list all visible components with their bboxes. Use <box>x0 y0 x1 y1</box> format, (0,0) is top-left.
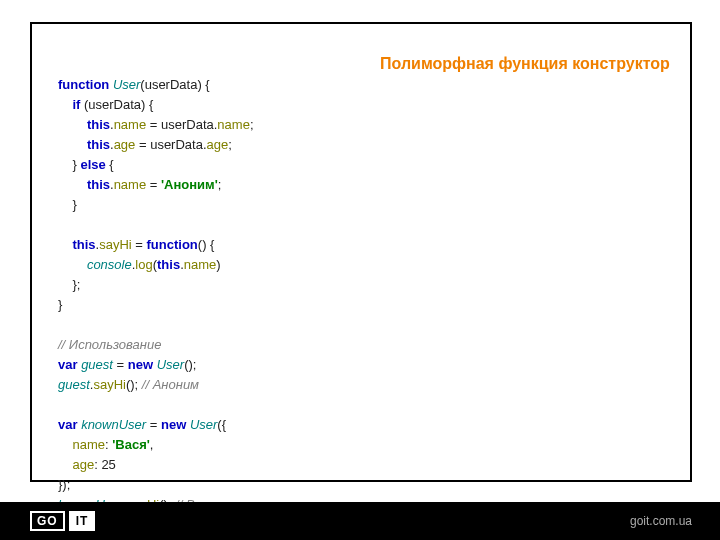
t: }; <box>58 277 80 292</box>
str-anonym: 'Аноним' <box>161 177 218 192</box>
t: }); <box>58 477 70 492</box>
kw-new: new <box>161 417 186 432</box>
t: = userData. <box>146 117 217 132</box>
prop-name: name <box>114 177 147 192</box>
prop-name: name <box>114 117 147 132</box>
t: ) <box>216 257 220 272</box>
kw-this: this <box>58 237 96 252</box>
comment: // Аноним <box>142 377 199 392</box>
logo-it: IT <box>69 511 96 531</box>
kw-var: var <box>58 357 78 372</box>
id-knownuser: knownUser <box>78 417 147 432</box>
t: = <box>146 417 161 432</box>
t: ; <box>250 117 254 132</box>
kw-var: var <box>58 417 78 432</box>
t <box>58 317 62 332</box>
prop-name: name <box>58 437 105 452</box>
t: () { <box>198 237 215 252</box>
prop-name: name <box>217 117 250 132</box>
prop-log: log <box>135 257 152 272</box>
kw-function: function <box>58 77 109 92</box>
num-25: 25 <box>101 457 115 472</box>
t: (userData) { <box>80 97 153 112</box>
id-console: console <box>58 257 132 272</box>
prop-sayhi: sayHi <box>93 377 126 392</box>
t: ; <box>228 137 232 152</box>
t: , <box>150 437 154 452</box>
t: { <box>106 157 114 172</box>
prop-sayhi: sayHi <box>99 237 132 252</box>
id-guest: guest <box>58 377 90 392</box>
str-vasya: 'Вася' <box>112 437 150 452</box>
comment: // Использование <box>58 337 161 352</box>
t: = <box>132 237 147 252</box>
footer-bar: GO IT goit.com.ua <box>0 502 720 540</box>
t <box>58 397 62 412</box>
t: (userData) { <box>140 77 209 92</box>
t: = <box>146 177 161 192</box>
t: (); <box>126 377 142 392</box>
logo-go: GO <box>30 511 65 531</box>
t: (); <box>184 357 196 372</box>
t <box>58 217 62 232</box>
t: = userData. <box>135 137 206 152</box>
code-block: function User(userData) { if (userData) … <box>58 55 254 515</box>
t: } <box>58 297 62 312</box>
footer-url: goit.com.ua <box>630 514 692 528</box>
id-user: User <box>153 357 184 372</box>
prop-age: age <box>114 137 136 152</box>
t: } <box>58 157 80 172</box>
t: } <box>58 197 77 212</box>
kw-this: this <box>58 177 110 192</box>
kw-function: function <box>147 237 198 252</box>
kw-else: else <box>80 157 105 172</box>
kw-if: if <box>58 97 80 112</box>
prop-age: age <box>58 457 94 472</box>
t: = <box>113 357 128 372</box>
slide-title: Полиморфная функция конструктор <box>380 55 670 73</box>
id-guest: guest <box>78 357 113 372</box>
id-user: User <box>186 417 217 432</box>
prop-name: name <box>184 257 217 272</box>
goit-logo: GO IT <box>30 511 95 531</box>
kw-new: new <box>128 357 153 372</box>
kw-this: this <box>157 257 180 272</box>
t: ({ <box>217 417 226 432</box>
t: ; <box>218 177 222 192</box>
id-user: User <box>109 77 140 92</box>
kw-this: this <box>58 137 110 152</box>
prop-age: age <box>207 137 229 152</box>
kw-this: this <box>58 117 110 132</box>
